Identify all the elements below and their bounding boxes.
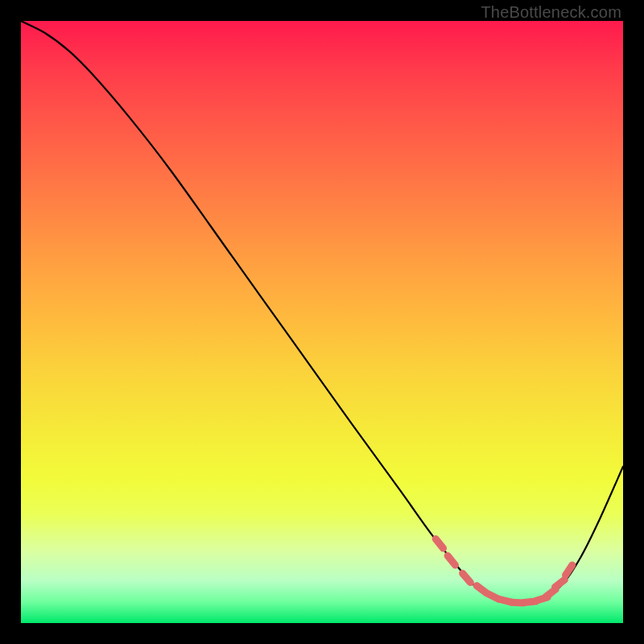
chart-overlay <box>21 21 623 623</box>
highlight-markers <box>436 539 572 603</box>
highlight-dash <box>463 573 471 582</box>
highlight-dash <box>555 580 565 587</box>
bottleneck-curve <box>21 21 623 603</box>
watermark-text: TheBottleneck.com <box>481 3 621 22</box>
highlight-dash <box>477 586 486 593</box>
highlight-dash <box>448 555 455 565</box>
highlight-dash <box>436 539 443 548</box>
chart-area <box>21 21 623 623</box>
